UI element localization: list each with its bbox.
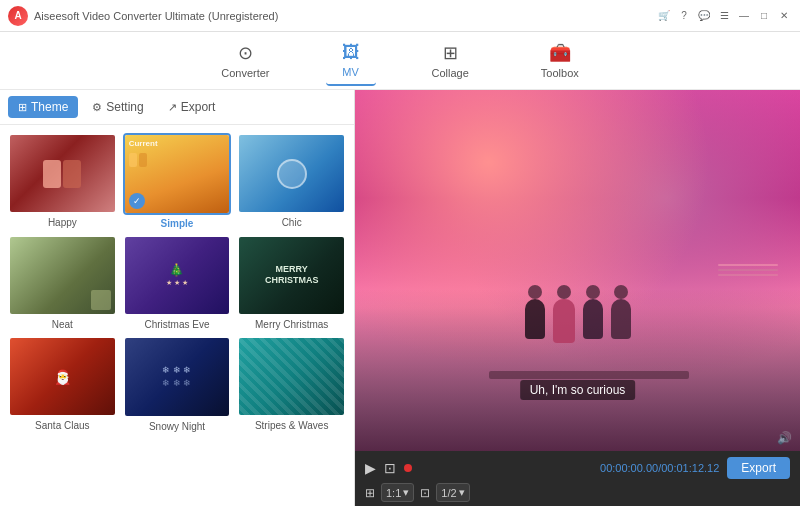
left-panel: ⊞ Theme ⚙ Setting ↗ Export — [0, 90, 355, 506]
toolbox-icon: 🧰 — [549, 42, 571, 64]
theme-snowy-label: Snowy Night — [149, 421, 205, 432]
title-text: Aiseesoft Video Converter Ultimate (Unre… — [34, 10, 656, 22]
help-icon[interactable]: ? — [676, 8, 692, 24]
nav-mv-label: MV — [342, 66, 359, 78]
app-logo: A — [8, 6, 28, 26]
sub-tabs: ⊞ Theme ⚙ Setting ↗ Export — [0, 90, 354, 125]
theme-chic[interactable]: Chic — [237, 133, 346, 229]
ratio2-dropdown-icon: ▾ — [459, 486, 465, 499]
nav-converter-label: Converter — [221, 67, 269, 79]
export-tab-icon: ↗ — [168, 101, 177, 114]
theme-snowy[interactable]: ❄ ❄ ❄ ❄ ❄ ❄ Snowy Night — [123, 336, 232, 432]
nav-toolbox-label: Toolbox — [541, 67, 579, 79]
theme-merry-christmas-label: Merry Christmas — [255, 319, 328, 330]
ratio1-dropdown-icon: ▾ — [403, 486, 409, 499]
setting-tab-icon: ⚙ — [92, 101, 102, 114]
theme-simple-label: Simple — [161, 218, 194, 229]
converter-icon: ⊙ — [238, 42, 253, 64]
theme-chic-label: Chic — [282, 217, 302, 228]
controls-row-ratio: ⊞ 1:1 ▾ ⊡ 1/2 ▾ — [365, 483, 790, 502]
time-display: 00:00:00.00/00:01:12.12 — [420, 462, 719, 474]
menu-icon[interactable]: ☰ — [716, 8, 732, 24]
theme-merry-christmas[interactable]: MERRYCHRISTMAS Merry Christmas — [237, 235, 346, 331]
right-panel: Uh, I'm so curious 🔊 ▶ ⊡ 00:00:00.00/00:… — [355, 90, 800, 506]
theme-happy-label: Happy — [48, 217, 77, 228]
tab-setting[interactable]: ⚙ Setting — [82, 96, 153, 118]
theme-tab-icon: ⊞ — [18, 101, 27, 114]
ratio-icon: ⊞ — [365, 486, 375, 500]
theme-stripes-label: Stripes & Waves — [255, 420, 329, 431]
crop-icon: ⊡ — [420, 486, 430, 500]
tab-export-label: Export — [181, 100, 216, 114]
main-content: ⊞ Theme ⚙ Setting ↗ Export — [0, 90, 800, 506]
theme-christmas-eve-label: Christmas Eve — [144, 319, 209, 330]
play-btn[interactable]: ▶ — [365, 460, 376, 476]
theme-stripes[interactable]: Stripes & Waves — [237, 336, 346, 432]
collage-icon: ⊞ — [443, 42, 458, 64]
progress-dot — [404, 464, 412, 472]
theme-simple[interactable]: Current ✓ Simple — [123, 133, 232, 229]
theme-santa[interactable]: 🎅 Santa Claus — [8, 336, 117, 432]
maximize-btn[interactable]: □ — [756, 8, 772, 24]
nav-mv[interactable]: 🖼 MV — [326, 36, 376, 86]
nav-converter[interactable]: ⊙ Converter — [205, 36, 285, 85]
title-controls: 🛒 ? 💬 ☰ — □ ✕ — [656, 8, 792, 24]
title-bar: A Aiseesoft Video Converter Ultimate (Un… — [0, 0, 800, 32]
ratio2-value: 1/2 — [441, 487, 456, 499]
theme-neat[interactable]: Neat — [8, 235, 117, 331]
nav-collage-label: Collage — [432, 67, 469, 79]
theme-santa-label: Santa Claus — [35, 420, 89, 431]
chat-icon[interactable]: 💬 — [696, 8, 712, 24]
nav-toolbox[interactable]: 🧰 Toolbox — [525, 36, 595, 85]
ratio-select-1[interactable]: 1:1 ▾ — [381, 483, 414, 502]
tab-theme[interactable]: ⊞ Theme — [8, 96, 78, 118]
cart-icon[interactable]: 🛒 — [656, 8, 672, 24]
tab-export[interactable]: ↗ Export — [158, 96, 226, 118]
video-preview: Uh, I'm so curious 🔊 — [355, 90, 800, 451]
people-group — [525, 299, 631, 343]
theme-grid: Happy Current ✓ Simple — [0, 125, 354, 506]
top-nav: ⊙ Converter 🖼 MV ⊞ Collage 🧰 Toolbox — [0, 32, 800, 90]
volume-icon[interactable]: 🔊 — [777, 431, 792, 445]
tab-setting-label: Setting — [106, 100, 143, 114]
export-button[interactable]: Export — [727, 457, 790, 479]
minimize-btn[interactable]: — — [736, 8, 752, 24]
ratio1-value: 1:1 — [386, 487, 401, 499]
selected-check-icon: ✓ — [129, 193, 145, 209]
close-btn[interactable]: ✕ — [776, 8, 792, 24]
ratio-select-2[interactable]: 1/2 ▾ — [436, 483, 469, 502]
controls-row-playback: ▶ ⊡ 00:00:00.00/00:01:12.12 Export — [365, 457, 790, 479]
stop-btn[interactable]: ⊡ — [384, 460, 396, 476]
video-controls: ▶ ⊡ 00:00:00.00/00:01:12.12 Export ⊞ 1:1… — [355, 451, 800, 506]
mv-icon: 🖼 — [342, 42, 360, 63]
theme-christmas-eve[interactable]: 🎄 ★ ★ ★ Christmas Eve — [123, 235, 232, 331]
tab-theme-label: Theme — [31, 100, 68, 114]
nav-collage[interactable]: ⊞ Collage — [416, 36, 485, 85]
theme-neat-label: Neat — [52, 319, 73, 330]
subtitle-text: Uh, I'm so curious — [520, 380, 636, 400]
theme-happy[interactable]: Happy — [8, 133, 117, 229]
